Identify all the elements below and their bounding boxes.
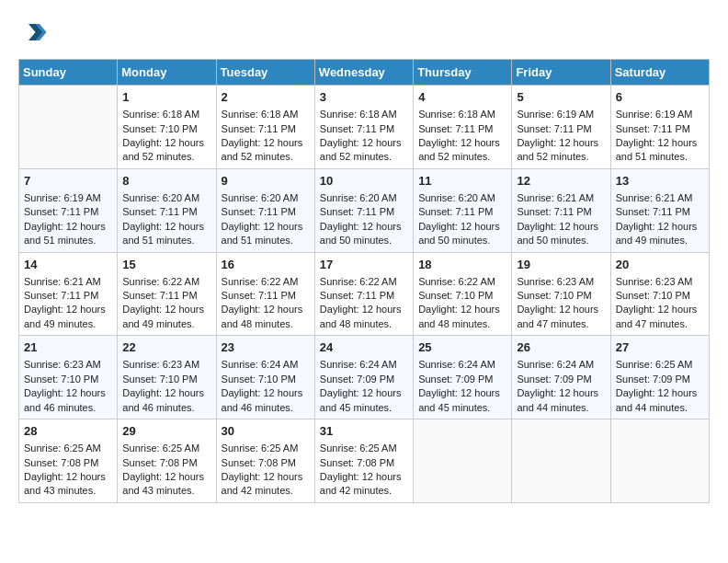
sunrise-time: Sunrise: 6:21 AM	[24, 276, 101, 287]
sunset-time: Sunset: 7:11 PM	[222, 206, 296, 217]
sunrise-time: Sunrise: 6:21 AM	[616, 192, 693, 203]
calendar-cell: 25Sunrise: 6:24 AMSunset: 7:09 PMDayligh…	[414, 336, 512, 419]
calendar-cell	[414, 419, 512, 503]
calendar-cell: 27Sunrise: 6:25 AMSunset: 7:09 PMDayligh…	[610, 336, 709, 419]
column-header-saturday: Saturday	[610, 60, 709, 86]
daylight-label: Daylight: 12 hours and 44 minutes.	[517, 387, 598, 412]
daylight-label: Daylight: 12 hours and 51 minutes.	[616, 137, 698, 162]
sunrise-time: Sunrise: 6:20 AM	[418, 192, 495, 203]
daylight-label: Daylight: 12 hours and 47 minutes.	[517, 304, 598, 328]
calendar-week-4: 21Sunrise: 6:23 AMSunset: 7:10 PMDayligh…	[19, 336, 710, 419]
sunrise-time: Sunrise: 6:22 AM	[122, 276, 199, 287]
day-number: 7	[24, 173, 112, 190]
calendar-cell: 8Sunrise: 6:20 AMSunset: 7:11 PMDaylight…	[118, 168, 216, 252]
day-number: 19	[517, 257, 605, 273]
sunset-time: Sunset: 7:09 PM	[418, 373, 493, 385]
sunrise-time: Sunrise: 6:24 AM	[222, 359, 299, 370]
calendar-cell: 1Sunrise: 6:18 AMSunset: 7:10 PMDaylight…	[118, 86, 216, 169]
calendar-cell: 4Sunrise: 6:18 AMSunset: 7:11 PMDaylight…	[414, 86, 512, 169]
sunset-time: Sunset: 7:10 PM	[517, 290, 591, 301]
daylight-label: Daylight: 12 hours and 44 minutes.	[616, 387, 698, 412]
day-number: 14	[24, 257, 112, 273]
sunrise-time: Sunrise: 6:22 AM	[320, 276, 397, 287]
calendar-cell: 17Sunrise: 6:22 AMSunset: 7:11 PMDayligh…	[314, 252, 413, 336]
daylight-label: Daylight: 12 hours and 51 minutes.	[222, 221, 303, 246]
daylight-label: Daylight: 12 hours and 42 minutes.	[222, 471, 303, 496]
sunset-time: Sunset: 7:11 PM	[24, 290, 98, 301]
sunset-time: Sunset: 7:08 PM	[122, 457, 197, 468]
column-header-wednesday: Wednesday	[314, 60, 413, 86]
sunrise-time: Sunrise: 6:18 AM	[320, 109, 397, 120]
daylight-label: Daylight: 12 hours and 46 minutes.	[24, 387, 106, 412]
day-number: 27	[616, 339, 704, 356]
sunset-time: Sunset: 7:10 PM	[122, 373, 197, 385]
sunset-time: Sunset: 7:11 PM	[320, 123, 394, 134]
calendar-cell: 11Sunrise: 6:20 AMSunset: 7:11 PMDayligh…	[414, 168, 512, 252]
day-number: 15	[122, 257, 210, 273]
sunrise-time: Sunrise: 6:20 AM	[122, 192, 199, 203]
calendar-cell: 20Sunrise: 6:23 AMSunset: 7:10 PMDayligh…	[610, 252, 709, 336]
calendar-cell: 26Sunrise: 6:24 AMSunset: 7:09 PMDayligh…	[512, 336, 610, 419]
sunrise-time: Sunrise: 6:18 AM	[122, 109, 199, 120]
sunset-time: Sunset: 7:08 PM	[222, 457, 296, 468]
sunset-time: Sunset: 7:08 PM	[320, 457, 394, 468]
daylight-label: Daylight: 12 hours and 52 minutes.	[418, 137, 500, 162]
calendar-week-1: 1Sunrise: 6:18 AMSunset: 7:10 PMDaylight…	[19, 86, 710, 169]
daylight-label: Daylight: 12 hours and 47 minutes.	[616, 304, 698, 328]
logo-icon	[20, 18, 48, 46]
calendar-cell: 19Sunrise: 6:23 AMSunset: 7:10 PMDayligh…	[512, 252, 610, 336]
sunrise-time: Sunrise: 6:24 AM	[418, 359, 495, 370]
sunset-time: Sunset: 7:11 PM	[122, 290, 197, 301]
day-number: 18	[418, 257, 506, 273]
sunset-time: Sunset: 7:11 PM	[517, 123, 591, 134]
daylight-label: Daylight: 12 hours and 51 minutes.	[122, 221, 204, 246]
calendar-week-3: 14Sunrise: 6:21 AMSunset: 7:11 PMDayligh…	[19, 252, 710, 336]
column-header-thursday: Thursday	[414, 60, 512, 86]
sunrise-time: Sunrise: 6:25 AM	[24, 442, 101, 454]
sunrise-time: Sunrise: 6:22 AM	[418, 276, 495, 287]
calendar-week-2: 7Sunrise: 6:19 AMSunset: 7:11 PMDaylight…	[19, 168, 710, 252]
sunrise-time: Sunrise: 6:23 AM	[24, 359, 101, 370]
calendar-cell: 30Sunrise: 6:25 AMSunset: 7:08 PMDayligh…	[216, 419, 314, 503]
daylight-label: Daylight: 12 hours and 43 minutes.	[122, 471, 204, 496]
sunset-time: Sunset: 7:10 PM	[616, 290, 690, 301]
sunrise-time: Sunrise: 6:18 AM	[222, 109, 299, 120]
column-header-tuesday: Tuesday	[216, 60, 314, 86]
calendar-cell: 2Sunrise: 6:18 AMSunset: 7:11 PMDaylight…	[216, 86, 314, 169]
calendar-cell: 12Sunrise: 6:21 AMSunset: 7:11 PMDayligh…	[512, 168, 610, 252]
day-number: 2	[222, 89, 310, 106]
sunrise-time: Sunrise: 6:23 AM	[122, 359, 199, 370]
day-number: 23	[222, 339, 310, 356]
day-number: 24	[320, 339, 408, 356]
day-number: 16	[222, 257, 310, 273]
sunset-time: Sunset: 7:11 PM	[122, 206, 197, 217]
calendar-cell	[19, 86, 118, 169]
daylight-label: Daylight: 12 hours and 50 minutes.	[320, 221, 402, 246]
sunrise-time: Sunrise: 6:19 AM	[24, 192, 101, 203]
column-header-sunday: Sunday	[19, 60, 118, 86]
calendar-cell: 15Sunrise: 6:22 AMSunset: 7:11 PMDayligh…	[118, 252, 216, 336]
day-number: 1	[122, 89, 210, 106]
calendar-cell: 21Sunrise: 6:23 AMSunset: 7:10 PMDayligh…	[19, 336, 118, 419]
daylight-label: Daylight: 12 hours and 49 minutes.	[24, 304, 106, 328]
calendar-cell: 6Sunrise: 6:19 AMSunset: 7:11 PMDaylight…	[610, 86, 709, 169]
daylight-label: Daylight: 12 hours and 46 minutes.	[122, 387, 204, 412]
day-number: 30	[222, 423, 310, 440]
daylight-label: Daylight: 12 hours and 48 minutes.	[222, 304, 303, 328]
day-number: 28	[24, 423, 112, 440]
sunrise-time: Sunrise: 6:25 AM	[122, 442, 199, 454]
day-number: 5	[517, 89, 605, 106]
day-number: 6	[616, 89, 704, 106]
sunrise-time: Sunrise: 6:19 AM	[616, 109, 693, 120]
daylight-label: Daylight: 12 hours and 43 minutes.	[24, 471, 106, 496]
daylight-label: Daylight: 12 hours and 50 minutes.	[517, 221, 598, 246]
calendar-cell: 28Sunrise: 6:25 AMSunset: 7:08 PMDayligh…	[19, 419, 118, 503]
sunset-time: Sunset: 7:11 PM	[320, 290, 394, 301]
column-header-friday: Friday	[512, 60, 610, 86]
sunset-time: Sunset: 7:11 PM	[418, 123, 493, 134]
calendar-cell: 14Sunrise: 6:21 AMSunset: 7:11 PMDayligh…	[19, 252, 118, 336]
calendar-cell: 3Sunrise: 6:18 AMSunset: 7:11 PMDaylight…	[314, 86, 413, 169]
sunset-time: Sunset: 7:11 PM	[616, 206, 690, 217]
day-number: 3	[320, 89, 408, 106]
day-number: 13	[616, 173, 704, 190]
